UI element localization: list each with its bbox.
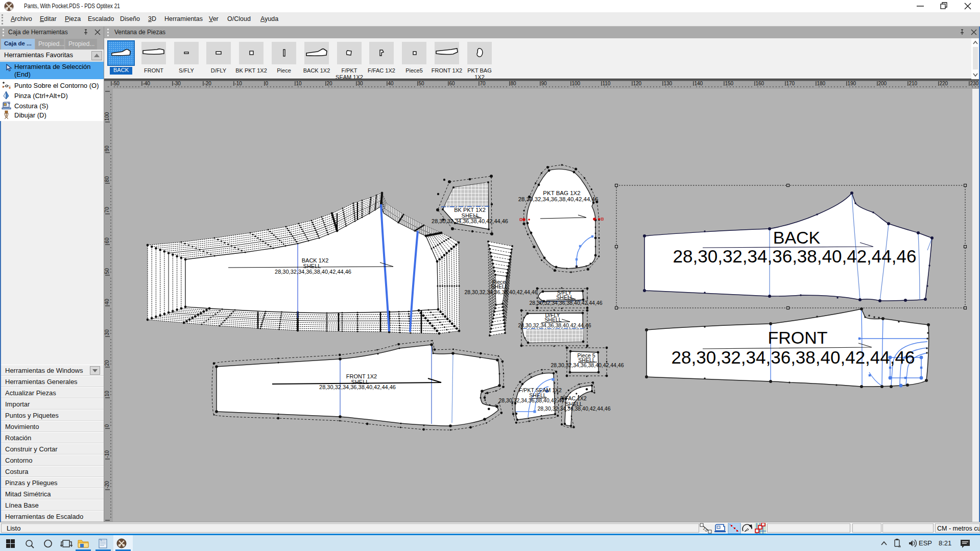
svg-text:70: 70 bbox=[480, 81, 486, 86]
svg-text:120: 120 bbox=[633, 81, 641, 86]
svg-text:70: 70 bbox=[104, 207, 110, 213]
svg-text:FRONT: FRONT bbox=[768, 328, 827, 347]
svg-text:28,30,32,34,36,38,40,42,44,46: 28,30,32,34,36,38,40,42,44,46 bbox=[432, 218, 508, 224]
svg-text:28,30,32,34,36,38,40,42,44,46: 28,30,32,34,36,38,40,42,44,46 bbox=[464, 289, 537, 295]
svg-text:130: 130 bbox=[663, 81, 672, 86]
svg-text:-40: -40 bbox=[142, 81, 150, 86]
svg-text:28,30,32,34,36,38,40,42,44,46: 28,30,32,34,36,38,40,42,44,46 bbox=[275, 269, 351, 275]
svg-text:-10: -10 bbox=[234, 81, 242, 86]
svg-text:28,30,32,34,36,38,40,42,44,46: 28,30,32,34,36,38,40,42,44,46 bbox=[672, 347, 915, 367]
svg-text:100: 100 bbox=[571, 81, 580, 86]
svg-text:30: 30 bbox=[104, 329, 110, 336]
svg-text:80: 80 bbox=[104, 176, 110, 182]
svg-text:0: 0 bbox=[104, 424, 110, 427]
svg-text:10: 10 bbox=[296, 81, 302, 86]
svg-text:110: 110 bbox=[602, 81, 610, 86]
svg-text:160: 160 bbox=[755, 81, 764, 86]
svg-text:30: 30 bbox=[357, 81, 363, 86]
svg-text:10: 10 bbox=[104, 391, 110, 397]
svg-text:60: 60 bbox=[104, 237, 110, 244]
svg-text:60: 60 bbox=[449, 81, 455, 86]
svg-text:230: 230 bbox=[970, 81, 978, 86]
svg-text:220: 220 bbox=[939, 81, 948, 86]
svg-text:180: 180 bbox=[817, 81, 825, 86]
svg-text:-30: -30 bbox=[173, 81, 181, 86]
svg-text:28,30,32,34,36,38,40,42,44,46: 28,30,32,34,36,38,40,42,44,46 bbox=[319, 384, 396, 390]
svg-text:20: 20 bbox=[326, 81, 332, 86]
svg-text:210: 210 bbox=[909, 81, 917, 86]
svg-text:-20: -20 bbox=[204, 81, 211, 86]
svg-text:50: 50 bbox=[418, 81, 424, 86]
svg-text:140: 140 bbox=[694, 81, 703, 86]
svg-text:28,30,32,34,36,38,40,42,44,46: 28,30,32,34,36,38,40,42,44,46 bbox=[529, 300, 602, 306]
svg-text:90: 90 bbox=[541, 81, 547, 86]
svg-text:1.0: 1.0 bbox=[702, 526, 708, 533]
svg-text:20: 20 bbox=[104, 360, 110, 366]
svg-text:40: 40 bbox=[104, 299, 110, 305]
svg-text:28,30,32,34,36,38,40,42,44,46: 28,30,32,34,36,38,40,42,44,46 bbox=[518, 322, 591, 328]
svg-text:-20: -20 bbox=[104, 481, 110, 489]
svg-text:100: 100 bbox=[104, 112, 110, 121]
svg-text:0: 0 bbox=[265, 81, 268, 86]
svg-text:28,30,32,34,36,38,40,42,44,46: 28,30,32,34,36,38,40,42,44,46 bbox=[537, 405, 610, 412]
svg-text:28,30,32,34,36,38,40,42,44,46: 28,30,32,34,36,38,40,42,44,46 bbox=[518, 196, 599, 202]
svg-text:28,30,32,34,36,38,40,42,44,46: 28,30,32,34,36,38,40,42,44,46 bbox=[673, 246, 917, 266]
svg-text:-50: -50 bbox=[112, 81, 119, 86]
svg-text:40: 40 bbox=[388, 81, 394, 86]
svg-text:190: 190 bbox=[847, 81, 856, 86]
svg-text:-10: -10 bbox=[104, 450, 110, 458]
svg-text:90: 90 bbox=[104, 146, 110, 152]
svg-text:170: 170 bbox=[786, 81, 795, 86]
svg-text:150: 150 bbox=[725, 81, 733, 86]
svg-text:28,30,32,34,36,38,40,42,44,46: 28,30,32,34,36,38,40,42,44,46 bbox=[551, 362, 624, 368]
svg-text:50: 50 bbox=[104, 268, 110, 274]
svg-text:200: 200 bbox=[878, 81, 887, 86]
svg-text:BACK: BACK bbox=[773, 228, 821, 247]
svg-text:80: 80 bbox=[510, 81, 516, 86]
svg-text:PKT BAG 1X2: PKT BAG 1X2 bbox=[543, 190, 580, 196]
